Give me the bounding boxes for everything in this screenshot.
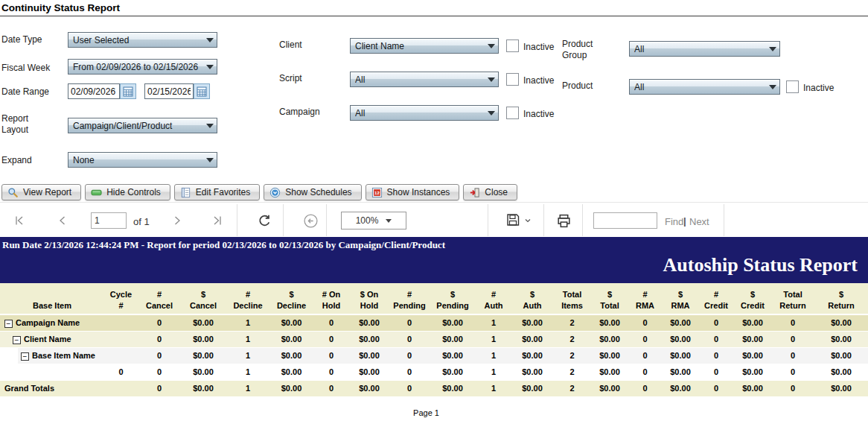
table-cell: 0: [698, 314, 734, 331]
find-button[interactable]: Find: [665, 216, 683, 227]
chevron-down-icon: [769, 85, 776, 89]
column-header: TotalItems: [552, 283, 592, 314]
table-cell: 0: [138, 331, 181, 347]
table-cell: $0.00: [592, 331, 628, 347]
refresh-icon[interactable]: [255, 212, 273, 230]
table-cell: 0: [628, 331, 663, 347]
script-inactive-checkbox[interactable]: [506, 73, 519, 86]
table-cell: 1: [226, 380, 270, 396]
table-cell: 0: [628, 347, 663, 364]
table-cell: 0: [313, 347, 350, 364]
table-cell: $0.00: [663, 347, 698, 364]
table-header-row: Base ItemCycle##Cancel$Cancel#Decline$De…: [0, 283, 868, 314]
campaign-select[interactable]: All: [350, 105, 499, 121]
table-cell: 2: [552, 314, 592, 331]
report-layout-select[interactable]: Campaign/Client/Product: [68, 118, 217, 133]
first-page-button[interactable]: [10, 212, 28, 230]
run-date-line: Run Date 2/13/2026 12:44:24 PM - Report …: [2, 239, 445, 251]
fiscal-week-select[interactable]: From 02/09/2026 to 02/15/2026: [68, 59, 217, 75]
table-cell: $0.00: [592, 314, 628, 331]
chevron-down-icon: [488, 111, 495, 115]
print-icon[interactable]: [555, 212, 572, 230]
table-cell: $0.00: [734, 380, 771, 396]
find-next-separator: |: [683, 215, 686, 227]
next-page-button[interactable]: [168, 212, 186, 230]
previous-page-button[interactable]: [54, 212, 71, 230]
table-cell: 0: [138, 364, 181, 380]
client-select[interactable]: Client Name: [350, 38, 499, 54]
find-next-button[interactable]: Next: [689, 216, 709, 227]
product-select[interactable]: All: [629, 79, 780, 95]
column-header: $Total: [592, 283, 628, 314]
script-select[interactable]: All: [350, 72, 499, 87]
product-group-select[interactable]: All: [629, 41, 780, 57]
column-header: #Credit: [698, 283, 734, 314]
page-footer: Page 1: [0, 408, 852, 417]
view-report-button[interactable]: View Report: [1, 184, 81, 200]
table-cell: $0.00: [430, 380, 475, 396]
chevron-down-icon: [524, 215, 532, 227]
table-cell: 0: [313, 380, 350, 396]
product-inactive-checkbox[interactable]: [786, 80, 799, 93]
page-number-input[interactable]: [91, 212, 127, 229]
script-label: Script: [279, 73, 302, 84]
table-cell: 0: [698, 380, 734, 396]
collapse-icon[interactable]: −: [21, 352, 29, 361]
hide-controls-icon: [91, 187, 102, 198]
column-header: # OnHold: [313, 283, 350, 314]
campaign-inactive-checkbox[interactable]: [506, 107, 519, 119]
column-header: $Auth: [512, 283, 552, 314]
table-row: 00$0.001$0.000$0.000$0.001$0.002$0.000$0…: [0, 364, 868, 380]
date-from-field[interactable]: [68, 83, 120, 99]
row-label-cell: Grand Totals: [0, 380, 104, 396]
report-table: Base ItemCycle##Cancel$Cancel#Decline$De…: [0, 283, 868, 397]
table-cell: $0.00: [814, 364, 868, 380]
hide-controls-button[interactable]: Hide Controls: [85, 184, 170, 200]
product-inactive-label: Inactive: [803, 83, 834, 94]
table-cell: $0.00: [270, 347, 313, 364]
svg-text:12: 12: [374, 189, 380, 194]
last-page-button[interactable]: [208, 212, 226, 230]
date-type-select[interactable]: User Selected: [68, 32, 217, 48]
table-cell: 0: [771, 380, 814, 396]
table-cell: 2: [552, 347, 592, 364]
table-cell: $0.00: [181, 347, 226, 364]
table-cell: $0.00: [181, 314, 226, 331]
table-cell: $0.00: [270, 380, 313, 396]
back-icon[interactable]: [301, 212, 319, 230]
campaign-label: Campaign: [279, 107, 320, 118]
client-inactive-checkbox[interactable]: [506, 39, 519, 52]
report-layout-label: Report Layout: [1, 113, 39, 136]
collapse-icon[interactable]: −: [4, 320, 13, 328]
close-button[interactable]: Close: [463, 184, 517, 200]
collapse-icon[interactable]: −: [13, 336, 21, 344]
row-label: Campaign Name: [16, 318, 80, 327]
table-cell: $0.00: [350, 331, 389, 347]
chevron-down-icon: [206, 38, 214, 42]
show-instances-button[interactable]: 12 Show Instances: [366, 184, 460, 200]
calendar-icon[interactable]: [120, 83, 136, 99]
find-input[interactable]: [593, 212, 657, 229]
action-toolbar: View Report Hide Controls Edit Favorites…: [1, 184, 517, 200]
edit-favorites-button[interactable]: Edit Favorites: [174, 184, 260, 200]
table-cell: 0: [771, 364, 814, 380]
table-cell: $0.00: [181, 364, 226, 380]
show-schedules-button[interactable]: Show Schedules: [264, 184, 361, 200]
save-button[interactable]: [502, 212, 534, 230]
zoom-select[interactable]: 100%: [341, 212, 406, 230]
date-to-field[interactable]: [144, 83, 194, 99]
expand-select[interactable]: None: [68, 152, 217, 168]
title-divider: [0, 16, 868, 16]
table-cell: $0.00: [430, 347, 475, 364]
product-group-label: Product Group: [562, 39, 601, 61]
client-inactive-label: Inactive: [523, 42, 554, 53]
exit-door-icon: [469, 187, 480, 198]
chevron-down-icon: [386, 219, 392, 223]
table-cell: 0: [138, 380, 181, 396]
calendar-icon[interactable]: [194, 83, 210, 99]
table-cell: 0: [628, 314, 663, 331]
row-label-cell: −Client Name: [0, 331, 104, 347]
report-header-band: Run Date 2/13/2026 12:44:24 PM - Report …: [0, 237, 868, 283]
table-cell: 0: [313, 364, 350, 380]
table-cell: $0.00: [663, 314, 698, 331]
